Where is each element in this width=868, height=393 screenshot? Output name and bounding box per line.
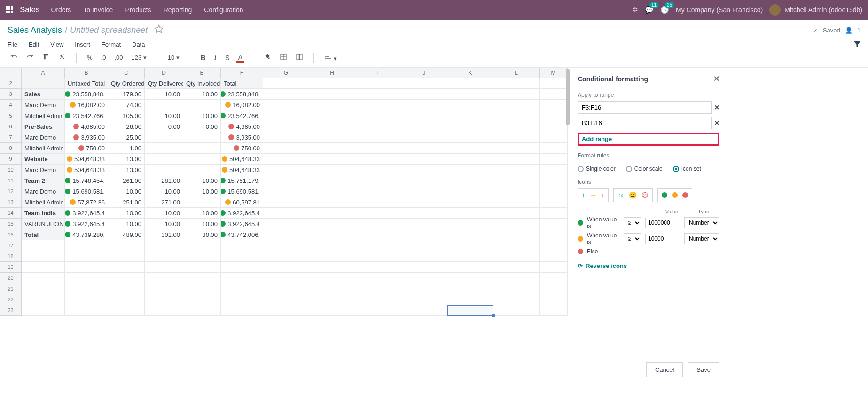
cell[interactable] [540,219,568,229]
add-range-button[interactable]: Add range [580,134,614,143]
cell[interactable] [493,78,540,89]
cell[interactable] [401,305,447,316]
row-header[interactable]: 8 [0,143,22,154]
cell[interactable] [540,121,568,132]
range-input-2[interactable] [578,117,712,129]
radio-color-scale[interactable]: Color scale [626,165,663,172]
cell[interactable] [401,110,447,121]
cell[interactable]: 15,748,454. [65,175,108,186]
cell[interactable] [540,197,568,208]
cell[interactable] [540,110,568,121]
cell[interactable]: 13.00 [108,165,145,175]
cell[interactable] [355,132,401,143]
cell[interactable] [401,89,447,100]
menu-edit[interactable]: Edit [29,41,39,48]
cell[interactable]: Marc Demo [22,100,65,110]
cell[interactable]: 504,648.33 [221,165,263,175]
cell[interactable] [401,240,447,251]
cell[interactable]: 3,922,645.4 [65,219,108,229]
cell[interactable] [493,175,540,186]
cell[interactable] [355,154,401,165]
row-header[interactable]: 2 [0,78,22,89]
cell[interactable] [540,132,568,143]
cell[interactable] [263,262,309,273]
cell[interactable]: 10.00 [183,110,221,121]
cell[interactable] [108,262,145,273]
strike-button[interactable]: S [223,52,232,63]
cell[interactable] [447,208,493,219]
cell[interactable]: 10.00 [108,186,145,197]
cell[interactable] [401,251,447,262]
row-header[interactable]: 9 [0,154,22,165]
cell[interactable]: 10.00 [183,89,221,100]
range-input-1[interactable] [578,101,712,114]
col-header-C[interactable]: C [108,68,145,78]
cell[interactable] [183,143,221,154]
company-selector[interactable]: My Company (San Francisco) [676,6,763,14]
cell[interactable]: 23,558,848. [65,89,108,100]
percent-format-button[interactable]: % [85,53,94,63]
cell[interactable]: 43,742,006. [221,229,263,240]
cell[interactable] [309,305,355,316]
cell[interactable]: 10.00 [183,208,221,219]
cell[interactable]: 26.00 [108,121,145,132]
cell[interactable] [309,154,355,165]
cell[interactable]: 504,648.33 [221,154,263,165]
cell[interactable] [355,283,401,294]
cell[interactable] [22,305,65,316]
cell[interactable] [145,273,183,283]
range-delete-icon[interactable]: ✕ [714,119,719,126]
cell[interactable] [221,283,263,294]
cell[interactable] [493,132,540,143]
cell[interactable]: Total [22,229,65,240]
rule-value-input-2[interactable] [645,234,680,244]
nav-brand[interactable]: Sales [20,5,40,15]
cell[interactable] [493,219,540,229]
cell[interactable] [309,110,355,121]
row-header[interactable]: 13 [0,197,22,208]
cell[interactable] [401,121,447,132]
row-header[interactable]: 22 [0,294,22,305]
cell[interactable]: 10.00 [145,89,183,100]
cell[interactable] [355,208,401,219]
cell[interactable] [65,262,108,273]
bold-button[interactable]: B [199,52,208,63]
clear-format-icon[interactable] [56,52,68,63]
cell[interactable] [540,262,568,273]
cell[interactable]: Team India [22,208,65,219]
cell[interactable] [493,186,540,197]
range-delete-icon[interactable]: ✕ [714,104,719,111]
cell[interactable]: Mitchell Admin [22,197,65,208]
cell[interactable] [540,100,568,110]
cell[interactable] [22,294,65,305]
cell[interactable]: 261.00 [108,175,145,186]
cell[interactable] [493,197,540,208]
cell[interactable] [145,305,183,316]
row-header[interactable]: 16 [0,229,22,240]
cell[interactable] [355,110,401,121]
cell[interactable] [263,143,309,154]
icon-set-dots[interactable] [657,188,692,202]
cell[interactable] [540,165,568,175]
cell[interactable] [447,110,493,121]
cell[interactable] [183,283,221,294]
row-header[interactable]: 7 [0,132,22,143]
cell[interactable] [145,240,183,251]
menu-data[interactable]: Data [132,41,145,48]
cell[interactable] [65,283,108,294]
cell[interactable] [401,197,447,208]
cell[interactable] [493,89,540,100]
cell[interactable] [355,143,401,154]
cell[interactable]: 57,872.36 [65,197,108,208]
cell[interactable]: Team 2 [22,175,65,186]
cell[interactable] [401,100,447,110]
cell[interactable]: 750.00 [221,143,263,154]
cell[interactable]: 13.00 [108,154,145,165]
cell[interactable] [355,121,401,132]
cell[interactable] [447,154,493,165]
menu-file[interactable]: File [8,41,17,48]
cell[interactable]: Sales [22,89,65,100]
cell[interactable] [22,262,65,273]
cell[interactable]: 10.00 [145,110,183,121]
cell[interactable] [309,283,355,294]
